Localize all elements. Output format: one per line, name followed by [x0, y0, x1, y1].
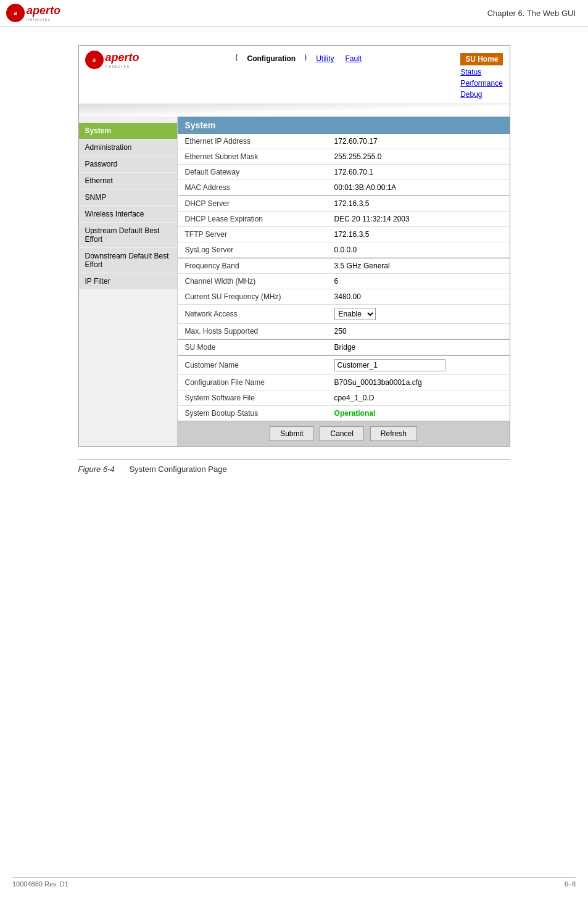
- field-label: DHCP Server: [178, 196, 327, 212]
- table-row: DHCP Server 172.16.3.5: [178, 196, 510, 212]
- submit-button[interactable]: Submit: [270, 426, 313, 441]
- field-label: SysLog Server: [178, 242, 327, 258]
- field-label: Ethernet IP Address: [178, 134, 327, 149]
- field-value-network-access[interactable]: Enable Disable: [327, 305, 510, 324]
- gui-topnav: a aperto networks ⟨ Configuration ⟩ Util…: [79, 46, 510, 104]
- field-value: 6: [327, 274, 510, 289]
- field-label: Ethernet Subnet Mask: [178, 149, 327, 165]
- field-value-customer-name[interactable]: [327, 356, 510, 375]
- config-bracket-right: ⟩: [304, 53, 307, 64]
- gui-frame: a aperto networks ⟨ Configuration ⟩ Util…: [78, 45, 510, 447]
- field-label: System Bootup Status: [178, 406, 327, 421]
- nav-link-performance[interactable]: Performance: [460, 79, 503, 88]
- figure-label: Figure 6-4: [78, 464, 115, 474]
- table-row: Configuration File Name B70Su_00013ba000…: [178, 375, 510, 390]
- field-value: 172.60.70.1: [327, 165, 510, 180]
- table-row: Current SU Frequency (MHz) 3480.00: [178, 289, 510, 305]
- table-row: MAC Address 00:01:3B:A0:00:1A: [178, 180, 510, 196]
- field-label: Network Access: [178, 305, 327, 324]
- field-label: SU Mode: [178, 340, 327, 355]
- field-label: Max. Hosts Supported: [178, 324, 327, 339]
- field-value: 172.60.70.17: [327, 134, 510, 149]
- field-label: Frequency Band: [178, 258, 327, 274]
- field-value-status: Operational: [327, 406, 510, 421]
- logo-text: aperto: [27, 4, 60, 17]
- table-row: Network Access Enable Disable: [178, 305, 510, 324]
- field-label: Channel Width (MHz): [178, 274, 327, 289]
- table-row: TFTP Server 172.16.3.5: [178, 227, 510, 242]
- network-access-select[interactable]: Enable Disable: [334, 308, 376, 320]
- field-label: Default Gateway: [178, 165, 327, 180]
- nav-tab-configuration[interactable]: Configuration: [244, 53, 298, 64]
- gui-nav-tabs: ⟨ Configuration ⟩ Utility Fault: [235, 53, 364, 64]
- table-row: SysLog Server 0.0.0.0: [178, 242, 510, 258]
- field-value: B70Su_00013ba0001a.cfg: [327, 375, 510, 390]
- customer-name-input[interactable]: [334, 359, 445, 371]
- table-row: System Bootup Status Operational: [178, 406, 510, 421]
- field-value: Bridge: [327, 340, 510, 355]
- table-row: Ethernet Subnet Mask 255.255.255.0: [178, 149, 510, 165]
- table-row: Ethernet IP Address 172.60.70.17: [178, 134, 510, 149]
- main-content: a aperto networks ⟨ Configuration ⟩ Util…: [0, 27, 588, 492]
- field-value: 00:01:3B:A0:00:1A: [327, 180, 510, 196]
- field-value: 0.0.0.0: [327, 242, 510, 258]
- nav-link-debug[interactable]: Debug: [460, 90, 482, 99]
- gui-main-panel: System Ethernet IP Address 172.60.70.17 …: [178, 117, 510, 446]
- field-value: 3.5 GHz General: [327, 258, 510, 274]
- logo-area: a aperto networks: [6, 4, 60, 22]
- footer-right: 6–8: [565, 880, 576, 888]
- sidebar-item-password[interactable]: Password: [79, 156, 177, 172]
- gui-nav-center: ⟨ Configuration ⟩ Utility Fault: [235, 53, 364, 64]
- gui-wave-decoration: [79, 104, 510, 117]
- table-row: Channel Width (MHz) 6: [178, 274, 510, 289]
- sidebar-item-upstream-default-best-effort[interactable]: Upstream Default Best Effort: [79, 223, 177, 247]
- figure-caption: Figure 6-4 System Configuration Page: [78, 459, 510, 474]
- refresh-button[interactable]: Refresh: [370, 426, 417, 441]
- cancel-button[interactable]: Cancel: [320, 426, 363, 441]
- gui-nav-right: SU Home Status Performance Debug: [460, 53, 503, 99]
- figure-caption-text: System Configuration Page: [129, 464, 226, 474]
- gui-logo: a aperto networks: [85, 51, 139, 69]
- field-value: cpe4_1_0.D: [327, 390, 510, 406]
- page-container: a aperto networks Chapter 6. The Web GUI…: [0, 0, 588, 900]
- sidebar-item-downstream-default-best-effort[interactable]: Downstream Default Best Effort: [79, 248, 177, 273]
- aperto-logo-icon: a: [6, 4, 25, 22]
- table-row: Customer Name: [178, 356, 510, 375]
- sidebar-item-ip-filter[interactable]: IP Filter: [79, 273, 177, 289]
- logo-text-group: aperto networks: [27, 4, 60, 22]
- field-label: Configuration File Name: [178, 375, 327, 390]
- nav-tab-fault[interactable]: Fault: [342, 53, 364, 64]
- gui-logo-icon: a: [85, 51, 104, 69]
- config-bracket-left: ⟨: [235, 53, 238, 64]
- field-label: Current SU Frequency (MHz): [178, 289, 327, 305]
- table-row: System Software File cpe4_1_0.D: [178, 390, 510, 406]
- table-row: Frequency Band 3.5 GHz General: [178, 258, 510, 274]
- field-value: 3480.00: [327, 289, 510, 305]
- field-value: 250: [327, 324, 510, 339]
- section-title: System: [178, 117, 510, 134]
- field-value: DEC 20 11:32:14 2003: [327, 212, 510, 227]
- action-bar: Submit Cancel Refresh: [178, 421, 510, 446]
- field-value: 172.16.3.5: [327, 227, 510, 242]
- field-label: Customer Name: [178, 356, 327, 375]
- table-row: SU Mode Bridge: [178, 340, 510, 355]
- gui-logo-text-group: aperto networks: [106, 51, 139, 68]
- field-value: 255.255.255.0: [327, 149, 510, 165]
- system-data-table: Ethernet IP Address 172.60.70.17 Etherne…: [178, 134, 510, 421]
- gui-sidebar: System Administration Password Ethernet …: [79, 117, 178, 446]
- table-row: DHCP Lease Expiration DEC 20 11:32:14 20…: [178, 212, 510, 227]
- sidebar-item-system[interactable]: System: [79, 123, 177, 139]
- nav-tab-utility[interactable]: Utility: [313, 53, 336, 64]
- sidebar-item-wireless-interface[interactable]: Wireless Interface: [79, 206, 177, 222]
- field-label: DHCP Lease Expiration: [178, 212, 327, 227]
- gui-logo-text: aperto: [106, 51, 139, 64]
- chapter-title: Chapter 6. The Web GUI: [487, 9, 576, 18]
- table-row: Default Gateway 172.60.70.1: [178, 165, 510, 180]
- su-home-button[interactable]: SU Home: [460, 53, 503, 65]
- sidebar-item-administration[interactable]: Administration: [79, 139, 177, 155]
- sidebar-item-snmp[interactable]: SNMP: [79, 189, 177, 205]
- nav-link-status[interactable]: Status: [460, 68, 481, 76]
- gui-logo-networks: networks: [106, 64, 139, 68]
- sidebar-item-ethernet[interactable]: Ethernet: [79, 173, 177, 189]
- page-header: a aperto networks Chapter 6. The Web GUI: [0, 0, 588, 27]
